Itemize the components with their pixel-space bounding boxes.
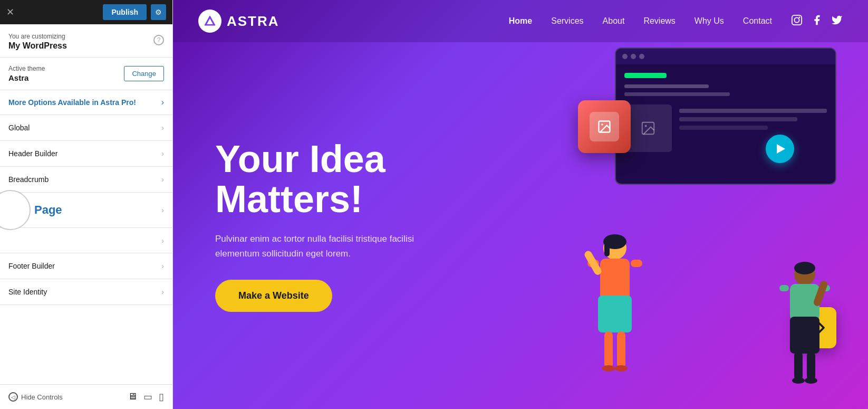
help-icon[interactable]: ? <box>153 35 164 45</box>
desktop-icon[interactable]: 🖥 <box>128 391 137 403</box>
site-navbar: ASTRA Home Services About Reviews Why Us… <box>173 0 868 42</box>
browser-dot <box>639 54 644 59</box>
svg-point-6 <box>645 125 647 127</box>
hide-controls-button[interactable]: ◁ Hide Controls <box>8 392 63 402</box>
instagram-icon[interactable] <box>791 14 803 28</box>
svg-point-3 <box>794 17 799 22</box>
browser-mockup <box>615 47 836 185</box>
menu-item-label: Header Builder <box>8 149 57 158</box>
svg-point-20 <box>615 365 628 372</box>
svg-rect-17 <box>604 331 613 368</box>
page-label: Page <box>34 203 62 217</box>
social-icons <box>791 14 843 28</box>
svg-rect-16 <box>583 250 603 276</box>
chevron-right-icon: › <box>161 206 164 214</box>
chevron-right-icon: › <box>161 98 164 107</box>
svg-rect-11 <box>604 241 610 256</box>
site-name: My WordPress <box>8 41 67 51</box>
browser-line <box>679 109 827 113</box>
play-button[interactable] <box>766 135 794 163</box>
browser-image-placeholder <box>624 104 672 152</box>
mobile-icon[interactable]: ▯ <box>159 391 164 403</box>
svg-rect-13 <box>598 296 632 332</box>
theme-section: Active theme Astra Change <box>0 58 172 90</box>
menu-item-site-identity[interactable]: Site Identity › <box>0 279 172 305</box>
svg-rect-25 <box>779 285 789 291</box>
nav-link-about[interactable]: About <box>603 16 625 26</box>
gear-button[interactable]: ⚙ <box>151 4 166 20</box>
astra-pro-banner[interactable]: More Options Available in Astra Pro! › <box>0 90 172 115</box>
bottom-bar: ◁ Hide Controls 🖥 ▭ ▯ <box>0 384 172 409</box>
website-preview: ASTRA Home Services About Reviews Why Us… <box>173 0 868 409</box>
change-theme-button[interactable]: Change <box>124 66 164 81</box>
menu-item-label: Breadcrumb <box>8 175 49 184</box>
svg-rect-15 <box>631 260 642 267</box>
publish-button[interactable]: Publish <box>103 4 147 20</box>
theme-label: Active theme <box>8 65 45 72</box>
svg-point-30 <box>792 377 805 384</box>
chevron-right-icon: › <box>161 149 164 158</box>
floating-image-card <box>578 100 631 153</box>
browser-dot <box>622 54 628 59</box>
menu-item-footer-builder[interactable]: Footer Builder › <box>0 253 172 279</box>
site-logo: ASTRA <box>198 9 279 33</box>
hero-title: Your Idea Matters! <box>215 139 452 219</box>
astra-pro-label: More Options Available in Astra Pro! <box>8 98 136 107</box>
close-icon[interactable]: ✕ <box>6 6 14 18</box>
svg-rect-28 <box>794 351 803 381</box>
svg-point-4 <box>799 16 801 18</box>
svg-point-8 <box>601 123 603 126</box>
hero-subtitle: Pulvinar enim ac tortor nulla facilisi t… <box>215 232 452 260</box>
floating-card-icon <box>590 112 619 141</box>
svg-rect-12 <box>600 259 630 301</box>
woman-figure <box>573 222 657 391</box>
nav-link-services[interactable]: Services <box>551 16 583 26</box>
logo-icon <box>198 9 221 33</box>
customizing-section: You are customizing My WordPress ? <box>0 24 172 58</box>
man-figure <box>768 253 842 391</box>
chevron-right-icon: › <box>161 236 164 245</box>
menu-item-breadcrumb[interactable]: Breadcrumb › <box>0 167 172 193</box>
svg-rect-29 <box>807 351 815 381</box>
nav-links: Home Services About Reviews Why Us Conta… <box>509 16 772 26</box>
menu-item-global[interactable]: Global › <box>0 115 172 141</box>
svg-point-19 <box>602 365 615 372</box>
chevron-right-icon: › <box>161 123 164 132</box>
menu-item-page[interactable]: Page › <box>0 193 172 228</box>
play-triangle-icon <box>777 144 785 154</box>
svg-rect-24 <box>790 317 819 354</box>
theme-name: Astra <box>8 73 45 82</box>
browser-line <box>679 126 768 130</box>
nav-link-reviews[interactable]: Reviews <box>643 16 675 26</box>
browser-text-lines <box>679 104 827 152</box>
svg-rect-18 <box>617 331 625 368</box>
top-bar: ✕ Publish ⚙ <box>0 0 172 24</box>
chevron-right-icon: › <box>161 175 164 184</box>
nav-link-whyus[interactable]: Why Us <box>695 16 724 26</box>
facebook-icon[interactable] <box>811 14 823 28</box>
nav-link-contact[interactable]: Contact <box>743 16 772 26</box>
customizer-panel: ✕ Publish ⚙ You are customizing My WordP… <box>0 0 173 409</box>
hero-title-line2: Matters! <box>215 178 363 220</box>
hero-illustration <box>562 42 847 391</box>
device-icons: 🖥 ▭ ▯ <box>128 391 164 403</box>
logo-text: ASTRA <box>227 13 279 30</box>
circle-arrow-icon: ◁ <box>8 392 18 402</box>
tablet-icon[interactable]: ▭ <box>143 391 152 403</box>
menu-item-label: Global <box>8 123 30 132</box>
browser-line <box>624 92 730 96</box>
chevron-right-icon: › <box>161 262 164 270</box>
customizing-label: You are customizing <box>8 33 67 40</box>
browser-line <box>679 117 797 121</box>
menu-item-header-builder[interactable]: Header Builder › <box>0 141 172 167</box>
twitter-icon[interactable] <box>831 14 843 28</box>
menu-list: Global › Header Builder › Breadcrumb › P… <box>0 115 172 384</box>
menu-item-label: Footer Builder <box>8 262 55 270</box>
nav-link-home[interactable]: Home <box>509 16 532 26</box>
browser-body <box>616 64 835 160</box>
hide-controls-label: Hide Controls <box>21 393 63 401</box>
svg-point-22 <box>794 262 815 274</box>
cta-button[interactable]: Make a Website <box>215 280 332 312</box>
browser-dot <box>631 54 636 59</box>
chevron-right-icon: › <box>161 288 164 296</box>
